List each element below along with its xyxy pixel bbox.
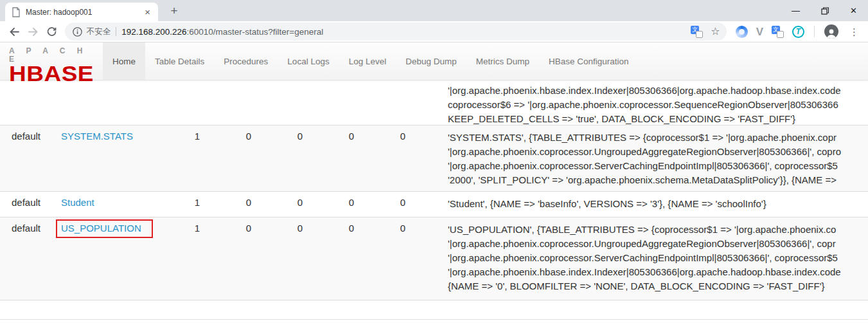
nav-home[interactable]: Home: [103, 42, 145, 80]
browser-titlebar: Master: hadoop001 × + — ✕: [0, 0, 868, 21]
extensions-area: V 文 T ⋮: [736, 24, 863, 39]
table-link-us-population[interactable]: US_POPULATION: [61, 223, 141, 234]
description-cell: 'SYSTEM.STATS', {TABLE_ATTRIBUTES => {co…: [429, 125, 868, 192]
toolbar-divider: [814, 26, 815, 37]
nav-procedures[interactable]: Procedures: [214, 42, 278, 80]
table-name-cell: Student: [61, 192, 172, 217]
page-icon: [12, 7, 21, 17]
info-icon[interactable]: [73, 27, 82, 37]
nav-metrics-dump[interactable]: Metrics Dump: [466, 42, 539, 80]
t-extension-icon[interactable]: T: [792, 26, 804, 38]
vue-devtools-icon[interactable]: V: [756, 26, 763, 37]
table-link-student[interactable]: Student: [61, 197, 94, 208]
table-name-cell: SYSTEM.STATS: [61, 125, 172, 192]
hbase-logo[interactable]: A P A C H E HBASE: [0, 42, 103, 80]
table-row: default SYSTEM.STATS 1 0 0 0 0 'SYSTEM.S…: [0, 125, 868, 192]
extension-swirl-icon[interactable]: [736, 26, 748, 38]
table-row: '|org.apache.phoenix.hbase.index.Indexer…: [0, 80, 868, 125]
table-row: default US_POPULATION 1 0 0 0 0 'US_POPU…: [0, 217, 868, 300]
close-window-button[interactable]: ✕: [839, 0, 868, 21]
new-tab-button[interactable]: +: [166, 3, 182, 20]
highlight-box: US_POPULATION: [56, 219, 153, 238]
table-name-cell: [61, 80, 172, 125]
description-cell: 'Student', {NAME => 'baseInfo', VERSIONS…: [429, 192, 868, 217]
browser-tab[interactable]: Master: hadoop001 ×: [5, 3, 158, 21]
section-divider: [0, 319, 868, 320]
refresh-icon[interactable]: [42, 23, 61, 41]
browser-toolbar: 不安全 192.168.200.226:60010/master-status?…: [0, 21, 868, 42]
back-icon[interactable]: [5, 23, 24, 41]
nav-local-logs[interactable]: Local Logs: [278, 42, 339, 80]
namespace-cell: default: [0, 125, 61, 192]
description-cell: '|org.apache.phoenix.hbase.index.Indexer…: [429, 80, 868, 125]
table-name-cell: US_POPULATION: [61, 217, 172, 300]
nav-log-level[interactable]: Log Level: [339, 42, 396, 80]
tables-list: '|org.apache.phoenix.hbase.index.Indexer…: [0, 80, 868, 300]
hbase-navbar: A P A C H E HBASE Home Table Details Pro…: [0, 42, 868, 80]
url-text[interactable]: 192.168.200.226:60010/master-status?filt…: [121, 27, 686, 37]
nav-debug-dump[interactable]: Debug Dump: [396, 42, 466, 80]
url-bar[interactable]: 不安全 192.168.200.226:60010/master-status?…: [65, 23, 727, 41]
minimize-button[interactable]: —: [781, 0, 810, 21]
hbase-nav-links: Home Table Details Procedures Local Logs…: [103, 42, 639, 80]
translate-extension-icon[interactable]: 文: [772, 26, 784, 38]
namespace-cell: [0, 80, 61, 125]
table-row: default Student 1 0 0 0 0 'Student', {NA…: [0, 192, 868, 217]
nav-hbase-configuration[interactable]: HBase Configuration: [539, 42, 639, 80]
url-separator: [116, 27, 116, 36]
restore-button[interactable]: [810, 0, 839, 21]
security-label[interactable]: 不安全: [87, 26, 111, 37]
browser-menu-icon[interactable]: ⋮: [849, 27, 859, 37]
table-link-system-stats[interactable]: SYSTEM.STATS: [61, 131, 133, 142]
translate-page-icon[interactable]: 文: [691, 26, 703, 38]
namespace-cell: default: [0, 217, 61, 300]
url-path: :60010/master-status?filter=general: [187, 27, 324, 37]
tab-title: Master: hadoop001: [26, 8, 142, 17]
profile-avatar[interactable]: [824, 24, 838, 39]
nav-table-details[interactable]: Table Details: [145, 42, 214, 80]
tab-close-icon[interactable]: ×: [142, 6, 153, 17]
forward-icon[interactable]: [24, 23, 42, 41]
bookmark-star-icon[interactable]: ☆: [711, 26, 720, 37]
window-controls: — ✕: [781, 0, 868, 21]
namespace-cell: default: [0, 192, 61, 217]
description-cell: 'US_POPULATION', {TABLE_ATTRIBUTES => {c…: [429, 217, 868, 300]
url-host: 192.168.200.226: [121, 27, 186, 37]
